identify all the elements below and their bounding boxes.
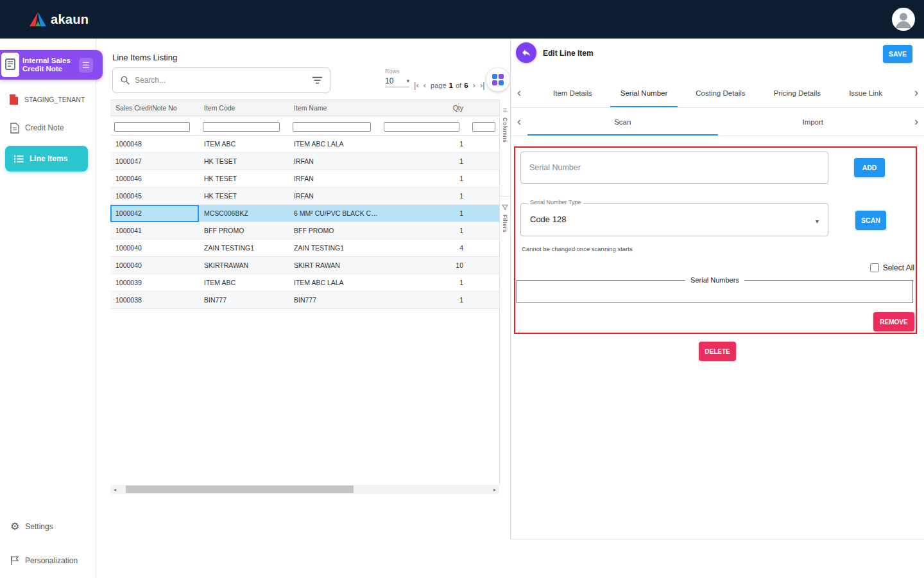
cell-item-code: MCSC006BKZ xyxy=(199,209,289,217)
scroll-left-arrow[interactable]: ◄ xyxy=(110,487,119,492)
grid-view-button[interactable] xyxy=(486,68,509,91)
scrollbar-thumb[interactable] xyxy=(126,486,354,493)
module-menu-icon[interactable]: ☰ xyxy=(79,58,93,73)
rows-per-page-select[interactable]: 10 ▾ xyxy=(385,76,409,87)
header-item-code[interactable]: Item Code xyxy=(199,104,289,112)
serial-numbers-legend: Serial Numbers xyxy=(685,276,744,284)
table-filter-row xyxy=(110,116,499,136)
sidebar-item-internal-sales-credit-note[interactable]: Internal Sales Credit Note ☰ xyxy=(0,50,103,80)
cell-creditnote-no: 1000041 xyxy=(110,227,199,234)
subtab-import[interactable]: Import xyxy=(718,108,909,136)
table-row[interactable]: 1000048 ITEM ABC ITEM ABC LALA 1 xyxy=(110,136,499,153)
table-row[interactable]: 1000040 SKIRTRAWAN SKIRT RAWAN 10 xyxy=(110,257,499,274)
tab-issue-link[interactable]: Issue Link xyxy=(846,78,885,107)
table-row[interactable]: 1000038 BIN777 BIN777 1 xyxy=(110,292,499,309)
add-button[interactable]: ADD xyxy=(854,158,885,177)
sidebar-item-line-items[interactable]: Line Items xyxy=(5,146,88,171)
editor-header: Edit Line Item SAVE xyxy=(511,39,924,78)
sidebar-item-tenant[interactable]: STAGING_TENANT xyxy=(0,90,96,109)
list-icon xyxy=(14,155,24,163)
first-page-button[interactable]: |‹ xyxy=(414,81,419,89)
remove-button[interactable]: REMOVE xyxy=(873,312,914,331)
cell-creditnote-no: 1000039 xyxy=(110,279,199,286)
tabs-scroll-right-icon[interactable]: › xyxy=(908,86,924,100)
filter-list-icon[interactable] xyxy=(312,76,322,84)
sidebar-item-label: Line Items xyxy=(30,154,67,163)
cell-creditnote-no: 1000038 xyxy=(110,296,199,304)
table-row[interactable]: 1000040 ZAIN TESTING1 ZAIN TESTING1 4 xyxy=(110,240,499,257)
document-icon xyxy=(10,123,19,134)
cell-item-name: BFF PROMO xyxy=(289,227,380,234)
tabs-scroll-left-icon[interactable]: ‹ xyxy=(511,86,527,100)
sidebar-item-credit-note[interactable]: Credit Note xyxy=(0,118,96,137)
filters-rail-label: Filters xyxy=(502,215,508,232)
last-page-button[interactable]: ›| xyxy=(480,81,485,89)
next-page-button[interactable]: › xyxy=(473,81,475,89)
cell-item-name: ITEM ABC LALA xyxy=(289,140,380,148)
total-pages: 6 xyxy=(464,82,468,89)
tab-pricing-details[interactable]: Pricing Details xyxy=(771,78,824,107)
back-arrow-icon xyxy=(521,48,531,58)
sidebar-item-personalization[interactable]: Personalization xyxy=(0,551,96,570)
subtab-scan[interactable]: Scan xyxy=(527,108,718,136)
save-button[interactable]: SAVE xyxy=(883,45,912,63)
tab-costing-details[interactable]: Costing Details xyxy=(693,78,748,107)
subtabs-scroll-right-icon[interactable]: › xyxy=(908,108,924,136)
serial-number-type-select[interactable]: Serial Number Type Code 128 ▾ xyxy=(520,203,828,236)
table-row-selected[interactable]: 1000042 MCSC006BKZ 6 MM² CU/PVC BLACK CA… xyxy=(110,205,499,222)
subtabs-scroll-left-icon[interactable]: ‹ xyxy=(511,108,527,136)
cell-item-code: BFF PROMO xyxy=(199,227,289,234)
user-avatar[interactable] xyxy=(892,8,915,31)
back-button[interactable] xyxy=(516,42,536,63)
filter-input-creditnote-no[interactable] xyxy=(114,122,190,132)
tenant-label: STAGING_TENANT xyxy=(24,96,85,103)
personalization-label: Personalization xyxy=(25,556,78,565)
cell-creditnote-no: 1000047 xyxy=(110,157,199,165)
table-row[interactable]: 1000045 HK TESET IRFAN 1 xyxy=(110,188,499,205)
prev-page-button[interactable]: ‹ xyxy=(424,81,426,89)
line-items-table: Sales CreditNote No Item Code Item Name … xyxy=(110,100,499,309)
sidebar-item-label: Credit Note xyxy=(25,123,64,132)
header-sales-creditnote-no[interactable]: Sales CreditNote No xyxy=(110,104,199,112)
filter-input-item-name[interactable] xyxy=(293,122,371,132)
serial-number-input[interactable] xyxy=(520,152,828,184)
filter-input-extra[interactable] xyxy=(472,122,495,132)
serial-number-type-value: Code 128 xyxy=(530,215,566,224)
cell-item-code: ZAIN TESTING1 xyxy=(199,244,289,252)
search-input[interactable] xyxy=(135,76,307,85)
search-box xyxy=(112,67,330,93)
table-row[interactable]: 1000046 HK TESET IRFAN 1 xyxy=(110,170,499,188)
serial-number-type-label: Serial Number Type xyxy=(527,199,583,206)
table-body: 1000048 ITEM ABC ITEM ABC LALA 1 1000047… xyxy=(110,136,499,309)
grid-icon xyxy=(492,74,504,85)
cell-item-code: HK TESET xyxy=(199,157,289,165)
filter-input-item-code[interactable] xyxy=(203,122,280,132)
table-row[interactable]: 1000041 BFF PROMO BFF PROMO 1 xyxy=(110,222,499,240)
table-row[interactable]: 1000039 ITEM ABC ITEM ABC LALA 1 xyxy=(110,274,499,292)
tab-serial-number[interactable]: Serial Number xyxy=(618,78,671,107)
horizontal-scrollbar: ◄ ► xyxy=(110,485,499,494)
scroll-right-arrow[interactable]: ► xyxy=(490,487,499,492)
edit-line-item-panel: Edit Line Item SAVE ‹ Item Details Seria… xyxy=(510,39,924,539)
header-item-name[interactable]: Item Name xyxy=(289,104,380,112)
scrollbar-track[interactable] xyxy=(119,485,490,494)
table-row[interactable]: 1000047 HK TESET IRFAN 1 xyxy=(110,153,499,170)
sidebar-item-settings[interactable]: ⚙ Settings xyxy=(0,517,96,536)
cell-item-name: 6 MM² CU/PVC BLACK CABLE 1... xyxy=(289,209,380,217)
scan-button[interactable]: SCAN xyxy=(855,211,886,230)
cell-creditnote-no: 1000048 xyxy=(110,140,199,148)
select-all-checkbox[interactable] xyxy=(870,263,879,272)
brand-name: akaun xyxy=(51,12,89,27)
cell-item-code: BIN777 xyxy=(199,296,289,304)
pdf-icon xyxy=(9,94,19,105)
cell-qty: 1 xyxy=(380,279,468,286)
header-qty[interactable]: Qty xyxy=(380,104,468,112)
tab-item-details[interactable]: Item Details xyxy=(551,78,595,107)
drag-indicator-icon: ⠿ xyxy=(503,107,508,114)
serial-scan-section: ADD Serial Number Type Code 128 ▾ SCAN C… xyxy=(514,146,917,334)
filter-input-qty[interactable] xyxy=(384,122,459,132)
delete-button[interactable]: DELETE xyxy=(699,342,736,361)
columns-rail-button[interactable]: ⠿ Columns xyxy=(500,100,510,196)
caret-down-icon: ▾ xyxy=(406,78,409,84)
filters-rail-button[interactable]: Filters xyxy=(500,196,510,292)
